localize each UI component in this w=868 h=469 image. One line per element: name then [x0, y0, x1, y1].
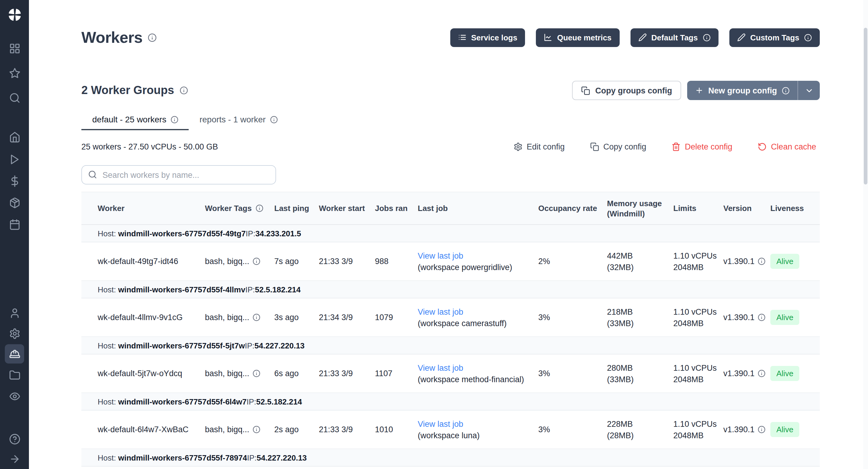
new-group-config-caret-button[interactable] — [798, 81, 820, 100]
col-version: Version — [723, 192, 770, 224]
header-actions: Service logs Queue metrics Default Tags … — [450, 28, 820, 47]
version-cell: v1.390.1 — [723, 354, 770, 393]
worker-name-cell: wk-default-5jt7w-oYdcq — [82, 354, 205, 393]
eye-icon — [9, 390, 20, 402]
info-icon[interactable] — [758, 313, 766, 321]
info-icon[interactable] — [252, 370, 260, 377]
sidebar-item-help[interactable] — [5, 429, 24, 448]
new-group-config-split-button: New group config — [687, 81, 820, 100]
info-icon[interactable] — [170, 116, 179, 123]
table-header-row: Worker Worker Tags Last ping Worker star… — [82, 192, 820, 224]
rotate-icon — [758, 142, 767, 151]
worker-tags-cell: bash, bigq... — [205, 242, 274, 281]
copy-config-button[interactable]: Copy config — [587, 142, 650, 152]
host-row: Host: windmill-workers-67757d55f-6l4w7 I… — [82, 393, 820, 410]
sidebar-nav — [0, 29, 29, 468]
scrollbar-thumb[interactable] — [864, 28, 867, 184]
copy-groups-config-button[interactable]: Copy groups config — [572, 81, 681, 100]
worker-tags-cell: bash, bigq... — [205, 410, 274, 449]
info-icon[interactable] — [148, 33, 157, 42]
limits-cell: 1.10 vCPUs 2048MB — [673, 298, 723, 337]
tab-reports[interactable]: reports - 1 worker — [189, 115, 288, 130]
delete-config-button[interactable]: Delete config — [668, 142, 736, 152]
liveness-badge: Alive — [770, 310, 799, 325]
worker-tags-cell: bash, bigq... — [205, 298, 274, 337]
memory-usage-cell: 280MB (33MB) — [607, 354, 673, 393]
jobs-ran-cell: 988 — [375, 242, 418, 281]
info-icon[interactable] — [252, 257, 260, 265]
last-job-cell: View last job (workspace method-financia… — [418, 354, 538, 393]
groups-actions: Copy groups config New group config — [572, 81, 820, 100]
version-cell: v1.390.1 — [723, 410, 770, 449]
view-last-job-link[interactable]: View last job — [418, 251, 463, 260]
view-last-job-link[interactable]: View last job — [418, 307, 463, 316]
last-ping-cell: 2s ago — [274, 410, 319, 449]
sidebar-item-settings[interactable] — [5, 324, 24, 343]
host-row: Host: windmill-workers-67757d55f-78974 I… — [82, 449, 820, 466]
sidebar-item-runs[interactable] — [5, 150, 24, 169]
last-job-workspace: (workspace powergridlive) — [418, 261, 533, 273]
search-row — [82, 165, 820, 184]
page-title: Workers — [82, 28, 143, 47]
last-ping-cell: 7s ago — [274, 242, 319, 281]
host-row: Host: windmill-workers-67757d55f-49tg7 I… — [82, 224, 820, 242]
sidebar-collapse-button[interactable] — [5, 449, 24, 468]
worker-row: wk-default-5jt7w-oYdcq bash, bigq... 6s … — [82, 354, 820, 393]
last-job-workspace: (workspace method-financial) — [418, 373, 533, 385]
dollar-icon — [9, 175, 20, 187]
info-icon[interactable] — [758, 257, 766, 265]
jobs-ran-cell: 1010 — [375, 410, 418, 449]
sidebar-item-folders[interactable] — [5, 365, 24, 385]
edit-config-button[interactable]: Edit config — [510, 142, 568, 152]
sidebar-item-search[interactable] — [5, 88, 24, 107]
service-logs-button[interactable]: Service logs — [450, 28, 525, 47]
queue-metrics-button[interactable]: Queue metrics — [536, 28, 619, 47]
info-icon[interactable] — [270, 116, 278, 123]
sidebar-item-apps[interactable] — [5, 39, 24, 58]
sidebar-item-resources[interactable] — [5, 193, 24, 212]
default-tags-button[interactable]: Default Tags — [630, 28, 718, 47]
liveness-cell: Alive — [770, 242, 820, 281]
custom-tags-button[interactable]: Custom Tags — [729, 28, 820, 47]
plus-icon — [695, 86, 704, 95]
sidebar-item-audit-logs[interactable] — [5, 386, 24, 406]
view-last-job-link[interactable]: View last job — [418, 363, 463, 372]
occupancy-rate-cell: 3% — [538, 354, 607, 393]
new-group-config-button[interactable]: New group config — [687, 81, 798, 100]
play-icon — [9, 153, 20, 165]
liveness-cell: Alive — [770, 354, 820, 393]
info-icon[interactable] — [252, 426, 260, 433]
calendar-icon — [9, 219, 20, 230]
view-last-job-link[interactable]: View last job — [418, 419, 463, 428]
sidebar-item-variables[interactable] — [5, 171, 24, 190]
info-icon — [782, 87, 789, 94]
limits-cell: 1.10 vCPUs 2048MB — [673, 242, 723, 281]
sidebar-item-schedules[interactable] — [5, 215, 24, 234]
info-icon[interactable] — [758, 426, 766, 433]
sidebar — [0, 0, 29, 469]
info-icon[interactable] — [758, 370, 766, 377]
jobs-ran-cell: 1107 — [375, 354, 418, 393]
main-content: Workers Service logs Queue metrics Defau… — [29, 0, 868, 469]
package-icon — [9, 197, 20, 208]
col-last-ping: Last ping — [274, 192, 319, 224]
help-icon — [9, 433, 20, 445]
clean-cache-button[interactable]: Clean cache — [754, 142, 820, 152]
search-workers-input[interactable] — [82, 165, 276, 184]
info-icon[interactable] — [180, 86, 188, 95]
sidebar-item-workers[interactable] — [5, 344, 24, 364]
liveness-badge: Alive — [770, 422, 799, 437]
host-row: Host: windmill-workers-67757d55f-4llmv I… — [82, 281, 820, 298]
worker-start-cell: 21:33 3/9 — [319, 410, 375, 449]
info-icon[interactable] — [255, 205, 263, 212]
sidebar-item-users[interactable] — [5, 303, 24, 322]
workers-page: Workers Service logs Queue metrics Defau… — [0, 0, 868, 469]
arrow-right-icon — [9, 453, 20, 465]
sidebar-item-home[interactable] — [5, 127, 24, 147]
pencil-icon — [737, 33, 745, 41]
sidebar-item-favorites[interactable] — [5, 63, 24, 83]
worker-start-cell: 21:33 3/9 — [319, 242, 375, 281]
windmill-logo[interactable] — [0, 0, 29, 29]
info-icon[interactable] — [252, 313, 260, 321]
tab-default[interactable]: default - 25 workers — [82, 115, 189, 130]
